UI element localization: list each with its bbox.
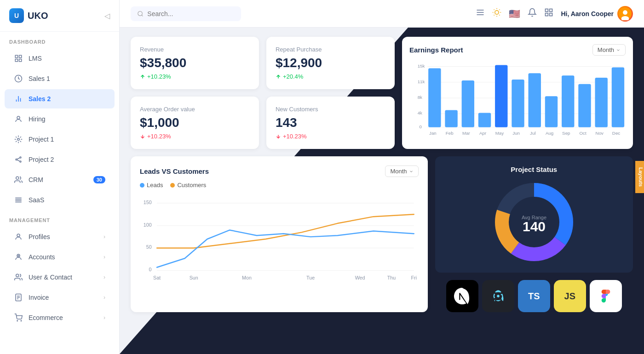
logo-left: U UKO <box>9 8 48 23</box>
sidebar-item-user-contact[interactable]: User & Contact › <box>5 268 115 287</box>
header-right: 🇺🇸 Hi, Aaron Cooper <box>476 6 633 22</box>
repeat-purchase-value: $12,900 <box>276 56 385 70</box>
user-contact-chevron-icon: › <box>104 274 105 280</box>
menu-icon[interactable] <box>476 8 485 19</box>
sidebar-item-project1[interactable]: Project 1 <box>5 130 115 149</box>
main-content: 🇺🇸 Hi, Aaron Cooper <box>120 0 644 354</box>
svg-rect-69 <box>545 96 558 127</box>
svg-line-39 <box>494 15 494 15</box>
crm-label: CRM <box>29 176 88 183</box>
leads-period-selector[interactable]: Month <box>385 166 418 177</box>
sales1-icon <box>14 74 23 83</box>
svg-rect-66 <box>495 65 507 127</box>
svg-rect-44 <box>550 13 552 16</box>
earnings-card: Earnings Report Month 15k 11k 8k <box>402 37 633 149</box>
notification-icon[interactable] <box>528 8 537 19</box>
svg-text:Dec: Dec <box>612 131 621 136</box>
svg-text:0: 0 <box>149 267 152 272</box>
earnings-period-selector[interactable]: Month <box>592 44 626 56</box>
svg-text:Jun: Jun <box>512 131 520 136</box>
logo-text: UKO <box>28 11 48 21</box>
flag-icon[interactable]: 🇺🇸 <box>509 8 520 19</box>
sales1-label: Sales 1 <box>29 75 105 82</box>
search-icon <box>137 10 144 17</box>
theme-icon[interactable] <box>492 8 501 19</box>
svg-rect-65 <box>478 113 491 127</box>
svg-line-11 <box>17 160 20 161</box>
layouts-tab[interactable]: Layouts <box>635 161 644 193</box>
svg-point-7 <box>16 159 17 160</box>
avg-order-label: Average Order value <box>140 106 250 113</box>
sidebar-section-dashboard: DASHBOARD <box>0 32 119 48</box>
header-user[interactable]: Hi, Aaron Cooper <box>561 6 633 22</box>
customers-dot <box>170 183 175 188</box>
svg-rect-1 <box>19 55 22 57</box>
svg-line-35 <box>494 10 494 10</box>
svg-text:Apr: Apr <box>479 131 487 136</box>
customers-legend-item: Customers <box>170 182 206 188</box>
saas-icon <box>14 195 23 205</box>
repeat-purchase-label: Repeat Purchase <box>276 46 385 53</box>
svg-point-19 <box>18 255 19 256</box>
svg-point-26 <box>21 320 22 321</box>
svg-point-32 <box>495 11 499 14</box>
search-bar[interactable] <box>131 6 241 21</box>
svg-rect-42 <box>550 9 552 12</box>
sidebar-item-crm[interactable]: CRM 30 <box>5 170 115 189</box>
leads-legend-item: Leads <box>140 182 163 188</box>
svg-rect-0 <box>15 55 17 57</box>
apps-icon[interactable] <box>544 8 553 19</box>
next-icon <box>446 280 478 312</box>
earnings-title: Earnings Report <box>409 46 463 54</box>
project2-label: Project 2 <box>29 156 105 163</box>
svg-text:Nov: Nov <box>595 131 604 136</box>
svg-rect-73 <box>612 68 624 127</box>
ecommerce-chevron-icon: › <box>104 314 105 321</box>
hiring-icon <box>14 114 23 124</box>
svg-text:Thu: Thu <box>387 275 396 280</box>
project2-icon <box>14 155 23 164</box>
svg-line-28 <box>142 15 143 16</box>
invoice-icon <box>14 293 23 302</box>
sales2-label: Sales 2 <box>29 95 105 103</box>
svg-rect-62 <box>428 68 441 127</box>
svg-rect-2 <box>15 59 17 62</box>
lms-label: LMS <box>29 55 105 62</box>
svg-point-20 <box>16 274 19 277</box>
sidebar-logo: U UKO ◁ <box>0 0 119 32</box>
sidebar-item-project2[interactable]: Project 2 <box>5 150 115 169</box>
profiles-chevron-icon: › <box>104 234 105 240</box>
javascript-icon: JS <box>554 280 586 312</box>
svg-point-17 <box>17 234 20 237</box>
svg-rect-64 <box>461 80 474 127</box>
search-input[interactable] <box>147 10 235 17</box>
profiles-label: Profiles <box>29 233 98 240</box>
accounts-icon <box>14 252 23 262</box>
project-status-donut: Avg Range 140 <box>493 181 575 263</box>
tech-stack-row: TS JS <box>435 280 633 312</box>
sidebar-item-invoice[interactable]: Invoice › <box>5 288 115 307</box>
revenue-change: +10.23% <box>140 73 250 80</box>
sales2-icon <box>14 94 23 103</box>
revenue-label: Revenue <box>140 46 250 53</box>
svg-text:Fri: Fri <box>411 275 417 280</box>
sidebar-item-profiles[interactable]: Profiles › <box>5 227 115 246</box>
sidebar-item-sales2[interactable]: Sales 2 <box>5 89 115 108</box>
crm-badge: 30 <box>93 176 105 183</box>
sidebar-item-ecommerce[interactable]: Ecommerce › <box>5 308 115 327</box>
sidebar: U UKO ◁ DASHBOARD LMS Sales 1 Sales 2 Hi… <box>0 0 120 354</box>
avg-arrow-icon <box>140 134 145 139</box>
revenue-arrow-icon <box>140 74 145 80</box>
sidebar-item-sales1[interactable]: Sales 1 <box>5 69 115 88</box>
content-inner: Revenue $35,800 +10.23% Repeat Purchase … <box>120 28 644 354</box>
sidebar-item-saas[interactable]: SaaS <box>5 190 115 210</box>
ecommerce-icon <box>14 313 23 322</box>
sidebar-item-accounts[interactable]: Accounts › <box>5 247 115 267</box>
svg-text:Oct: Oct <box>579 131 586 136</box>
repeat-purchase-change: +20.4% <box>276 73 385 80</box>
sidebar-item-hiring[interactable]: Hiring <box>5 109 115 129</box>
svg-text:0: 0 <box>419 124 422 129</box>
svg-text:Feb: Feb <box>446 131 454 136</box>
sidebar-toggle-icon[interactable]: ◁ <box>104 11 110 20</box>
sidebar-item-lms[interactable]: LMS <box>5 49 115 68</box>
